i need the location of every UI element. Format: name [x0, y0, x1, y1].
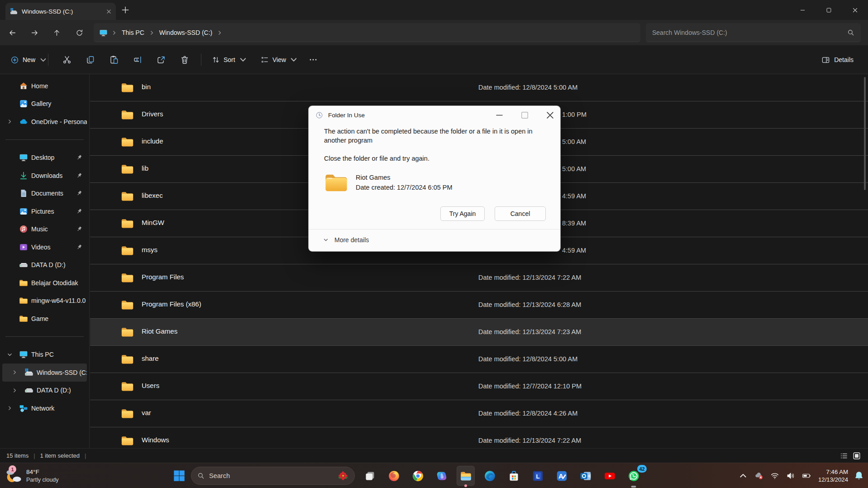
- scrollbar[interactable]: [864, 77, 866, 190]
- sidebar-item-mingw-w64-v11-0-0[interactable]: mingw-w64-v11.0.0: [2, 292, 87, 310]
- file-row[interactable]: varDate modified: 12/8/2024 4:26 AM: [90, 400, 868, 427]
- breadcrumb-item[interactable]: Windows-SSD (C:): [156, 27, 216, 38]
- search-input[interactable]: Search Windows-SSD (C:): [646, 23, 861, 42]
- breadcrumb-item[interactable]: This PC: [118, 27, 148, 38]
- hidden-icons-button[interactable]: [737, 469, 749, 482]
- sidebar-item-this-pc[interactable]: This PC: [2, 346, 87, 364]
- volume-tray-icon[interactable]: [784, 469, 797, 482]
- delete-button[interactable]: [176, 51, 194, 69]
- sidebar-item-game[interactable]: Game: [2, 310, 87, 328]
- cancel-button[interactable]: Cancel: [495, 206, 546, 221]
- share-button[interactable]: [152, 51, 170, 69]
- file-row[interactable]: shareDate modified: 12/8/2024 5:00 AM: [90, 346, 868, 373]
- sidebar-item-onedrive-persona[interactable]: OneDrive - Persona: [2, 113, 87, 131]
- file-date-modified: 5:00 AM: [562, 165, 586, 172]
- refresh-button[interactable]: [73, 26, 86, 39]
- large-icons-view-button[interactable]: [853, 452, 861, 460]
- sidebar-item-downloads[interactable]: Downloads: [2, 167, 87, 185]
- dialog-maximize-button[interactable]: [515, 106, 535, 124]
- battery-tray-icon[interactable]: [800, 469, 813, 482]
- pin-icon: [76, 208, 83, 215]
- folder-icon: [121, 381, 134, 392]
- rename-icon: A: [133, 55, 142, 64]
- view-label: View: [272, 56, 286, 63]
- folder-icon: [121, 245, 134, 256]
- new-tab-button[interactable]: [121, 6, 129, 14]
- taskbar-whatsapp-button[interactable]: 42: [625, 466, 643, 486]
- pin-icon: [76, 244, 83, 251]
- taskbar-l-app-button[interactable]: L: [529, 466, 547, 486]
- more-details-expander[interactable]: More details: [323, 236, 369, 244]
- details-view-button[interactable]: [840, 452, 848, 460]
- weather-widget[interactable]: 1 84°F Partly cloudy: [5, 463, 59, 488]
- sidebar-item-data-d-d[interactable]: DATA D (D:): [2, 256, 87, 274]
- new-button[interactable]: New: [6, 51, 52, 69]
- file-row[interactable]: Riot GamesDate modified: 12/13/2024 7:23…: [90, 319, 868, 346]
- wifi-tray-icon[interactable]: [768, 469, 781, 482]
- paste-button[interactable]: [105, 51, 123, 69]
- sidebar-item-home[interactable]: Home: [2, 77, 87, 95]
- file-row[interactable]: binDate modified: 12/8/2024 5:00 AM: [90, 74, 868, 101]
- copy-button[interactable]: [81, 51, 100, 69]
- try-again-button[interactable]: Try Again: [440, 206, 485, 221]
- maximize-button[interactable]: [816, 0, 842, 20]
- file-name: Riot Games: [142, 327, 177, 335]
- dialog-minimize-button[interactable]: [489, 106, 510, 124]
- sidebar-item-desktop[interactable]: Desktop: [2, 149, 87, 167]
- sidebar-item-belajar-otodidak[interactable]: Belajar Otodidak: [2, 274, 87, 292]
- start-button[interactable]: [173, 470, 185, 482]
- folder-icon: [121, 354, 134, 365]
- dialog-title-bar[interactable]: Folder In Use: [309, 106, 560, 124]
- drive-icon: [24, 386, 33, 395]
- taskbar-chrome-button[interactable]: [409, 466, 427, 486]
- clock[interactable]: 7:46 AM 12/13/2024: [818, 468, 848, 483]
- details-pane-button[interactable]: Details: [817, 51, 858, 69]
- taskbar-youtube-button[interactable]: [601, 466, 619, 486]
- sidebar-item-pictures[interactable]: Pictures: [2, 202, 87, 220]
- sidebar-item-network[interactable]: Network: [2, 399, 87, 417]
- explorer-tab[interactable]: Windows-SSD (C:): [5, 3, 116, 20]
- file-row[interactable]: Program Files (x86)Date modified: 12/13/…: [90, 292, 868, 319]
- file-row[interactable]: UsersDate modified: 12/7/2024 12:10 PM: [90, 373, 868, 400]
- view-button[interactable]: View: [256, 51, 302, 69]
- taskbar-search[interactable]: Search: [191, 467, 355, 485]
- file-explorer-icon: [460, 470, 472, 482]
- sidebar-item-data-d-d[interactable]: DATA D (D:): [2, 382, 87, 400]
- taskbar-firefox-button[interactable]: [385, 466, 403, 486]
- sidebar-item-music[interactable]: Music: [2, 220, 87, 239]
- sidebar-item-gallery[interactable]: Gallery: [2, 95, 87, 113]
- folder-icon: [324, 172, 348, 193]
- notification-bell-icon[interactable]: [854, 470, 864, 481]
- taskbar-a-pen-app-button[interactable]: A: [553, 466, 571, 486]
- onedrive-tray-icon[interactable]: [753, 469, 765, 482]
- taskbar-outlook-button[interactable]: O: [577, 466, 595, 486]
- toolbar-divider: [48, 54, 48, 66]
- back-button[interactable]: [6, 26, 19, 39]
- file-row[interactable]: WindowsDate modified: 12/13/2024 7:22 AM: [90, 427, 868, 448]
- forward-button[interactable]: [28, 26, 41, 39]
- sidebar-item-windows-ssd-c[interactable]: Windows-SSD (C:): [2, 364, 87, 382]
- taskbar-store-button[interactable]: [505, 466, 523, 486]
- sidebar-item-videos[interactable]: Videos: [2, 238, 87, 256]
- minimize-icon: [496, 111, 503, 119]
- cut-button[interactable]: [58, 51, 76, 69]
- up-button[interactable]: [50, 26, 63, 39]
- onedrive-icon: [19, 117, 28, 126]
- more-details-label: More details: [334, 236, 369, 244]
- close-icon: [853, 8, 858, 13]
- taskbar-edge-button[interactable]: [481, 466, 499, 486]
- taskbar-file-explorer-button[interactable]: [457, 466, 475, 486]
- close-button[interactable]: [842, 0, 868, 20]
- sidebar-item-documents[interactable]: Documents: [2, 185, 87, 203]
- tab-close-icon[interactable]: [106, 9, 111, 14]
- rename-button[interactable]: A: [129, 51, 147, 69]
- more-options-button[interactable]: [304, 51, 322, 69]
- sort-button[interactable]: Sort: [207, 51, 252, 69]
- file-row[interactable]: Program FilesDate modified: 12/13/2024 7…: [90, 264, 868, 292]
- minimize-button[interactable]: [789, 0, 816, 20]
- back-icon: [9, 29, 16, 37]
- address-bar[interactable]: This PCWindows-SSD (C:): [94, 23, 640, 42]
- dialog-close-button[interactable]: [540, 106, 560, 124]
- taskbar-copilot-button[interactable]: [433, 466, 451, 486]
- taskbar-task-view-button[interactable]: [361, 466, 379, 486]
